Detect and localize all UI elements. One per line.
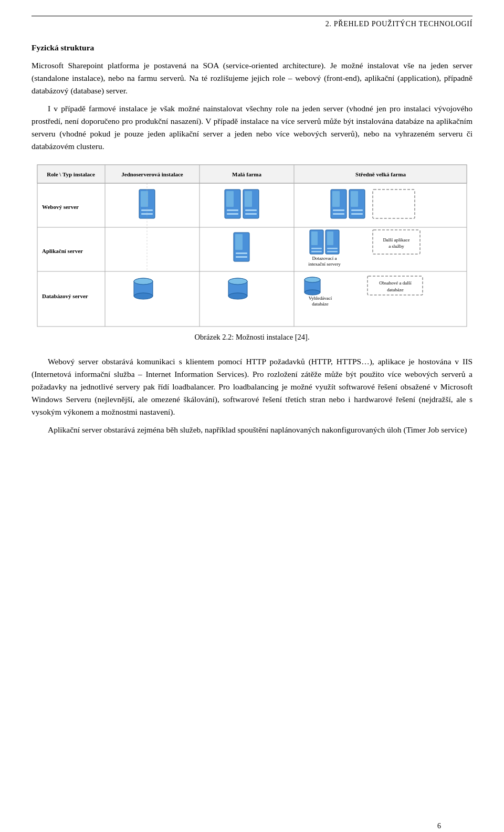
section-title: Fyzická struktura — [32, 41, 472, 54]
svg-rect-47 — [327, 251, 338, 252]
svg-text:Vyhledávací: Vyhledávací — [309, 296, 332, 301]
svg-rect-32 — [351, 191, 358, 207]
svg-text:intexační servery: intexační servery — [308, 261, 341, 267]
figure-installation: Role \ Typ instalace Jednoserverová inst… — [32, 164, 472, 351]
svg-point-55 — [134, 293, 153, 299]
svg-rect-20 — [226, 191, 234, 207]
svg-rect-38 — [236, 252, 247, 254]
svg-text:Středně velká farma: Středně velká farma — [355, 171, 406, 177]
svg-text:Malá farma: Malá farma — [232, 171, 261, 177]
svg-rect-37 — [235, 234, 243, 250]
svg-rect-33 — [351, 209, 363, 211]
svg-text:Další aplikace: Další aplikace — [383, 237, 410, 243]
svg-rect-22 — [227, 213, 238, 215]
svg-rect-41 — [311, 231, 318, 245]
svg-rect-26 — [245, 213, 257, 215]
figure-caption: Obrázek 2.2: Možnosti instalace [24]. — [194, 331, 309, 343]
svg-rect-29 — [333, 209, 344, 211]
svg-point-60 — [228, 278, 247, 285]
paragraph-2: I v případě farmové instalace je však mo… — [32, 102, 472, 153]
svg-text:databáze: databáze — [387, 287, 403, 292]
svg-rect-18 — [141, 213, 153, 215]
svg-point-56 — [134, 278, 153, 285]
svg-rect-24 — [245, 191, 252, 207]
svg-rect-42 — [311, 248, 322, 249]
svg-text:Aplikační server: Aplikační server — [42, 248, 83, 254]
paragraph-1: Microsoft Sharepoint platforma je postav… — [32, 59, 472, 97]
svg-point-63 — [304, 290, 320, 295]
svg-rect-45 — [327, 231, 333, 245]
svg-rect-25 — [245, 209, 257, 211]
svg-text:Dotazovací a: Dotazovací a — [312, 256, 337, 261]
svg-rect-43 — [311, 251, 322, 252]
svg-text:Databázový server: Databázový server — [42, 293, 88, 299]
svg-text:Role \ Typ instalace: Role \ Typ instalace — [47, 171, 95, 177]
svg-text:a služby: a služby — [388, 244, 404, 249]
page-number: 6 — [437, 820, 441, 832]
svg-text:databáze: databáze — [312, 301, 328, 307]
svg-text:Webový server: Webový server — [42, 204, 79, 210]
svg-rect-30 — [333, 213, 344, 215]
svg-rect-21 — [227, 209, 238, 211]
paragraph-4: Aplikační server obstarává zejména běh s… — [32, 424, 472, 436]
svg-text:Obsahové a další: Obsahové a další — [379, 280, 412, 286]
chapter-title: 2. Přehled použitých technologií — [326, 20, 472, 28]
svg-point-59 — [228, 293, 247, 299]
installation-diagram: Role \ Typ instalace Jednoserverová inst… — [37, 164, 467, 327]
svg-rect-28 — [332, 191, 340, 207]
svg-point-64 — [304, 277, 320, 282]
svg-text:Jednoserverová instalace: Jednoserverová instalace — [121, 171, 183, 177]
paragraph-3: Webový server obstarává komunikaci s kli… — [32, 355, 472, 418]
svg-rect-34 — [351, 213, 363, 215]
svg-rect-39 — [236, 256, 247, 258]
chapter-header: 2. Přehled použitých technologií — [32, 16, 472, 30]
svg-rect-46 — [327, 248, 338, 249]
